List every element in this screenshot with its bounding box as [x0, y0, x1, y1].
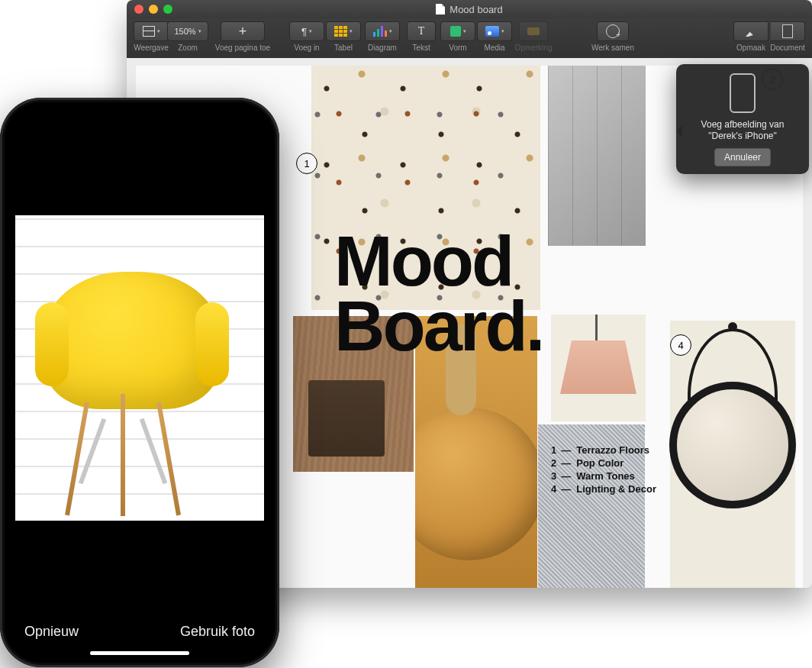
legend[interactable]: 1—Terrazzo Floors 2—Pop Color 3—Warm Ton…	[551, 443, 656, 496]
zoom-value: 150%	[174, 27, 195, 36]
camera-capture-screen: Opnieuw Gebruik foto	[5, 102, 275, 663]
callout-1[interactable]: 1	[296, 153, 317, 174]
chair-leg	[121, 394, 125, 516]
chair-seat	[44, 272, 220, 409]
view-menu-button[interactable]: ▾ Weergave	[133, 21, 169, 52]
window-title: Mood board	[436, 4, 502, 15]
zoom-window-button[interactable]	[163, 5, 172, 14]
captured-photo	[15, 215, 264, 521]
text-button[interactable]: T Tekst	[403, 21, 440, 52]
headline-line-2: Board.	[334, 294, 543, 359]
paragraph-icon: ¶	[301, 26, 307, 37]
legend-row: 4—Lighting & Decor	[551, 483, 656, 495]
plus-icon: +	[239, 24, 247, 38]
legend-row: 1—Terrazzo Floors	[551, 444, 656, 456]
home-indicator[interactable]	[90, 651, 189, 655]
media-label: Media	[484, 44, 504, 52]
format-label: Opmaak	[736, 44, 765, 52]
chart-menu-button[interactable]: ▾ Diagram	[362, 21, 403, 52]
toolbar-group-collab: Werk samen	[586, 21, 640, 52]
titlebar[interactable]: Mood board	[127, 0, 812, 18]
window-controls	[134, 5, 172, 14]
iphone-notch	[79, 102, 201, 125]
shape-menu-button[interactable]: ▾ Vorm	[440, 21, 476, 52]
window-title-text: Mood board	[450, 4, 502, 15]
minimize-window-button[interactable]	[149, 5, 158, 14]
document-icon	[436, 4, 445, 15]
comment-button: Opmerking	[513, 21, 554, 52]
document-inspector-button[interactable]: Document	[769, 21, 806, 52]
zoom-label: Zoom	[178, 44, 198, 52]
text-label: Tekst	[412, 44, 430, 52]
table-label: Tabel	[334, 44, 353, 52]
callout-4[interactable]: 4	[670, 334, 691, 356]
retake-button[interactable]: Opnieuw	[24, 624, 79, 640]
zoom-menu-button[interactable]: 150%▾ Zoom	[169, 21, 206, 52]
toolbar-group-insert: ¶▾ Voeg in ▾ Tabel ▾ Diagram T Tekst ▾	[288, 21, 554, 52]
insert-label: Voeg in	[294, 44, 319, 52]
toolbar-group-left: ▾ Weergave 150%▾ Zoom + Voeg pagina toe	[133, 21, 279, 52]
cancel-button[interactable]: Annuleer	[714, 148, 771, 166]
view-label: Weergave	[134, 44, 168, 52]
shape-icon	[450, 26, 461, 37]
toolbar: ▾ Weergave 150%▾ Zoom + Voeg pagina toe …	[127, 18, 812, 61]
text-icon: T	[418, 25, 425, 37]
image-pendant-lamp[interactable]	[551, 315, 646, 421]
popover-text: Voeg afbeelding van "Derek's iPhone"	[684, 119, 801, 142]
legend-row: 3—Warm Tones	[551, 470, 656, 482]
chart-label: Diagram	[368, 44, 397, 52]
table-icon	[334, 26, 347, 37]
collaborate-button[interactable]: Werk samen	[586, 21, 640, 52]
chair-illustration	[29, 264, 250, 516]
shape-label: Vorm	[449, 44, 466, 52]
add-page-button[interactable]: + Voeg pagina toe	[206, 21, 279, 52]
page-headline[interactable]: Mood Board.	[334, 229, 543, 358]
iphone-screen: Opnieuw Gebruik foto	[5, 102, 275, 663]
view-icon	[143, 26, 155, 37]
table-menu-button[interactable]: ▾ Tabel	[325, 21, 362, 52]
phone-outline-icon	[730, 73, 756, 113]
document-icon	[782, 24, 793, 38]
comment-label: Opmerking	[515, 44, 553, 52]
continuity-camera-popover: Voeg afbeelding van "Derek's iPhone" Ann…	[676, 64, 809, 174]
stage: Mood board ▾ Weergave 150%▾ Zoom + Voeg …	[0, 0, 812, 668]
media-icon	[485, 26, 499, 37]
media-menu-button[interactable]: ▾ Media	[476, 21, 513, 52]
use-photo-button[interactable]: Gebruik foto	[180, 624, 255, 640]
headline-line-1: Mood	[334, 229, 543, 294]
collaborate-label: Werk samen	[591, 44, 634, 52]
collaborate-icon	[606, 24, 620, 38]
chart-icon	[373, 26, 387, 37]
insert-menu-button[interactable]: ¶▾ Voeg in	[288, 21, 325, 52]
toolbar-group-right: Opmaak Document	[733, 21, 806, 52]
image-concrete[interactable]	[548, 66, 646, 246]
comment-icon	[527, 27, 540, 35]
format-inspector-button[interactable]: Opmaak	[733, 21, 769, 52]
add-page-label: Voeg pagina toe	[215, 44, 270, 52]
image-hanging-mirror[interactable]	[670, 321, 795, 588]
document-label: Document	[770, 44, 805, 52]
camera-bottom-bar: Opnieuw Gebruik foto	[5, 624, 275, 640]
mirror-disc	[669, 382, 796, 508]
legend-row: 2—Pop Color	[551, 457, 656, 469]
iphone-device: Opnieuw Gebruik foto	[0, 98, 279, 667]
brush-icon	[746, 26, 756, 37]
chair-leg	[156, 402, 181, 516]
chair-leg	[65, 402, 89, 516]
close-window-button[interactable]	[134, 5, 143, 14]
